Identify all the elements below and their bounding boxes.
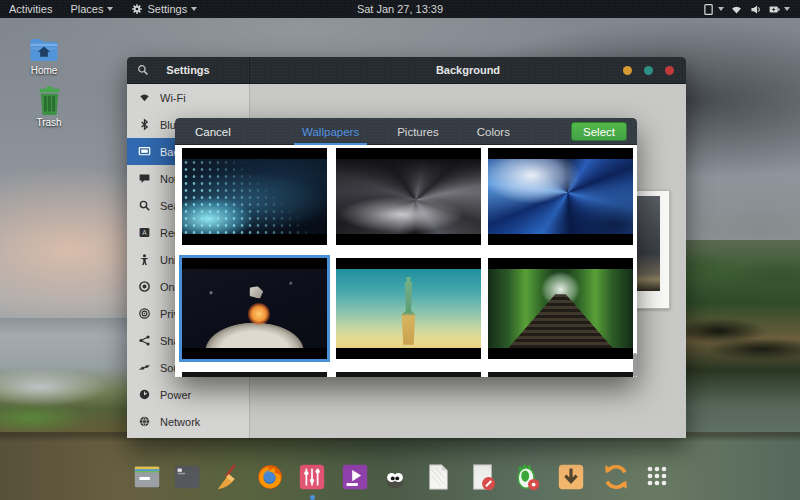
network-icon: [138, 415, 151, 428]
sidebar-item-power[interactable]: Power: [127, 381, 249, 408]
window-controls: [623, 66, 674, 75]
places-menu[interactable]: Places: [61, 0, 122, 18]
battery-icon[interactable]: [768, 3, 790, 16]
dialog-headerbar: Cancel WallpapersPicturesColors Select: [175, 118, 637, 145]
desktop-icon-home[interactable]: Home: [20, 36, 68, 76]
volume-icon[interactable]: [749, 3, 762, 16]
statue-liberty-image: [336, 269, 481, 348]
wallpaper-thumbnail-gray-lowpoly[interactable]: [336, 148, 481, 245]
top-bar: Activities Places Settings Sat Jan 27, 1…: [0, 0, 800, 18]
wallpaper-thumbnail-forest-railway[interactable]: [488, 258, 633, 359]
wallpaper-thumbnail-partial[interactable]: [182, 372, 327, 377]
notifications-icon: [138, 172, 151, 185]
sidebar-item-label: Wi-Fi: [160, 92, 186, 104]
sidebar-item-label: Network: [160, 416, 200, 428]
sidebar-item-network[interactable]: Network: [127, 408, 249, 435]
wallpaper-thumbnail-partial[interactable]: [336, 372, 481, 377]
dock-app-grid-icon[interactable]: [643, 462, 671, 490]
dialog-tabs: WallpapersPicturesColors: [175, 118, 637, 145]
desktop-icon-label: Home: [20, 65, 68, 76]
sidebar-item-label: Power: [160, 389, 191, 401]
wallpaper-thumbnail-partial[interactable]: [488, 372, 633, 377]
power-icon: [138, 388, 151, 401]
dock-music-icon[interactable]: [297, 462, 327, 492]
app-title: Settings: [127, 64, 249, 76]
dock-broom-icon[interactable]: [213, 462, 243, 492]
forest-railway-image: [488, 269, 633, 348]
wallpaper-thumbnail-particle-wave[interactable]: [182, 148, 327, 245]
universal-icon: [138, 253, 151, 266]
particle-wave-image: [182, 159, 327, 235]
dock-terminal-icon[interactable]: [172, 462, 202, 492]
screen-icon[interactable]: [702, 3, 724, 16]
dock-eyes-icon[interactable]: [383, 467, 407, 491]
blue-lowpoly-image: [488, 159, 633, 235]
sharing-icon: [138, 334, 151, 347]
wallpaper-thumbnail-blue-lowpoly[interactable]: [488, 148, 633, 245]
rocket-lander-image: [182, 269, 327, 348]
dock-document-edit-icon[interactable]: [468, 462, 498, 492]
desktop: Activities Places Settings Sat Jan 27, 1…: [0, 0, 800, 500]
running-indicator: [310, 495, 315, 500]
dock-tweaks-icon[interactable]: [513, 462, 543, 492]
dock-video-player-icon[interactable]: [340, 462, 370, 492]
dock-downloads-icon[interactable]: [556, 462, 586, 492]
wallpaper-thumbnail-rocket-lander[interactable]: [182, 258, 327, 359]
settings-window-headerbar[interactable]: Settings Background: [127, 57, 686, 84]
volume-icon: [749, 3, 762, 16]
background-icon: [138, 145, 151, 158]
dock-files-icon[interactable]: [132, 462, 162, 492]
wifi-icon: [138, 91, 151, 104]
chevron-down-icon: [191, 7, 197, 11]
sidebar-item-wifi[interactable]: Wi-Fi: [127, 84, 249, 111]
places-label: Places: [70, 3, 103, 15]
wifi-icon: [730, 3, 743, 16]
dock-sync-icon[interactable]: [601, 462, 631, 492]
online-icon: [138, 280, 151, 293]
chevron-down-icon: [107, 7, 113, 11]
window-maximize-button[interactable]: [644, 66, 653, 75]
desktop-icon-trash[interactable]: Trash: [25, 86, 73, 128]
home-folder-icon: [28, 36, 60, 63]
select-button[interactable]: Select: [571, 122, 627, 141]
headerbar-left: Settings: [127, 57, 250, 83]
dialog-scrollbar[interactable]: [633, 353, 637, 377]
tab-wallpapers[interactable]: Wallpapers: [298, 118, 363, 145]
activities-button[interactable]: Activities: [0, 0, 61, 18]
system-tray[interactable]: [696, 0, 796, 18]
search-icon: [138, 199, 151, 212]
privacy-icon: [138, 307, 151, 320]
activities-label: Activities: [9, 3, 52, 15]
wallpaper-dialog: Cancel WallpapersPicturesColors Select: [175, 118, 637, 377]
headerbar-right: Background: [250, 57, 686, 83]
window-minimize-button[interactable]: [623, 66, 632, 75]
page-title: Background: [250, 64, 686, 76]
tab-pictures[interactable]: Pictures: [393, 118, 443, 145]
desktop-icon-label: Trash: [25, 117, 73, 128]
bluetooth-icon: [138, 118, 151, 131]
region-icon: A: [138, 226, 151, 239]
screen-icon: [702, 3, 715, 16]
dock-document-icon[interactable]: [423, 462, 453, 492]
battery-icon: [768, 3, 781, 16]
settings-menu-label: Settings: [147, 3, 187, 15]
gray-lowpoly-image: [336, 159, 481, 235]
trash-can-icon: [36, 86, 63, 115]
sound-icon: [138, 361, 151, 374]
tab-colors[interactable]: Colors: [473, 118, 514, 145]
window-close-button[interactable]: [665, 66, 674, 75]
svg-text:A: A: [142, 229, 147, 236]
gear-icon: [131, 3, 143, 15]
wallpaper-thumbnail-statue-liberty[interactable]: [336, 258, 481, 359]
wifi-icon[interactable]: [730, 3, 743, 16]
dock-firefox-icon[interactable]: [255, 462, 285, 492]
settings-menu[interactable]: Settings: [122, 0, 206, 18]
